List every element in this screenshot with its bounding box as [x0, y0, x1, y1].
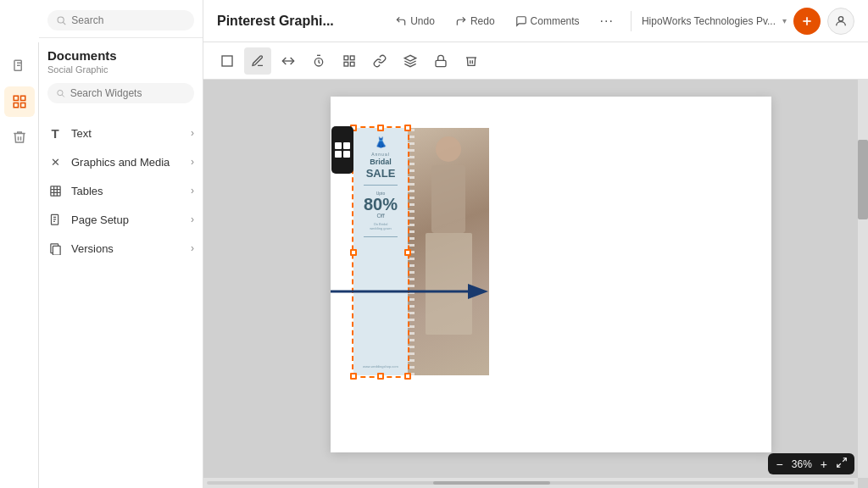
- svg-line-32: [843, 458, 846, 462]
- sidebar-icon-trash[interactable]: [4, 122, 35, 152]
- zoom-controls: − 36% +: [768, 453, 854, 474]
- svg-line-6: [63, 22, 65, 25]
- canvas-area[interactable]: 👗 Annual Bridal SALE Upto 80% Off On Bri…: [203, 80, 868, 488]
- mask-button[interactable]: [336, 47, 363, 75]
- svg-rect-4: [20, 103, 25, 108]
- search-input[interactable]: [71, 14, 186, 26]
- text-menu-icon: T: [47, 125, 63, 141]
- chevron-right-icon-2: ›: [191, 156, 194, 168]
- bridal-card: 👗 Annual Bridal SALE Upto 80% Off On Bri…: [353, 128, 408, 375]
- svg-point-7: [58, 90, 63, 95]
- horizontal-scrollbar[interactable]: [203, 478, 858, 488]
- add-button[interactable]: [793, 8, 821, 35]
- menu-item-graphics-label: Graphics and Media: [71, 156, 170, 169]
- menu-item-versions[interactable]: Versions ›: [44, 234, 198, 263]
- trim-button[interactable]: [275, 47, 302, 75]
- svg-rect-20: [222, 56, 232, 66]
- tables-menu-icon: [47, 183, 63, 198]
- zoom-value: 36%: [792, 458, 812, 470]
- menu-item-page-setup-label: Page Setup: [71, 214, 129, 226]
- redo-button[interactable]: Redo: [448, 11, 502, 31]
- undo-icon: [395, 15, 407, 27]
- chevron-right-icon-5: ›: [191, 242, 194, 254]
- svg-rect-25: [350, 56, 354, 60]
- svg-rect-1: [14, 96, 18, 100]
- link-button[interactable]: [366, 47, 393, 75]
- svg-point-19: [838, 16, 843, 20]
- lock-button[interactable]: [427, 47, 454, 75]
- undo-button[interactable]: Undo: [388, 11, 442, 31]
- timer-button[interactable]: [305, 47, 332, 75]
- photo-panel: [408, 128, 489, 375]
- element-toolbar: [203, 42, 868, 80]
- dropdown-icon: ▾: [782, 16, 787, 25]
- zoom-out-button[interactable]: −: [775, 458, 785, 471]
- svg-rect-26: [344, 62, 348, 66]
- comments-button[interactable]: Comments: [509, 11, 587, 31]
- svg-rect-2: [20, 96, 25, 100]
- doc-title: Pinterest Graphi...: [217, 14, 334, 29]
- widget-search-input[interactable]: [70, 87, 186, 99]
- sidebar-icon-widgets[interactable]: [4, 86, 35, 117]
- search-icon: [56, 14, 66, 26]
- user-profile-button[interactable]: [827, 8, 854, 35]
- comments-icon: [515, 15, 527, 27]
- svg-rect-24: [344, 56, 348, 60]
- sidebar-icon-new[interactable]: [4, 51, 35, 81]
- menu-item-text[interactable]: T Text ›: [44, 119, 198, 147]
- zoom-in-button[interactable]: +: [819, 458, 829, 471]
- svg-rect-29: [436, 60, 446, 66]
- menu-item-text-label: Text: [71, 127, 92, 140]
- svg-point-5: [58, 17, 64, 23]
- menu-item-tables-label: Tables: [71, 185, 103, 197]
- redo-icon: [455, 15, 467, 27]
- chevron-right-icon-4: ›: [191, 214, 194, 225]
- menu-item-graphics[interactable]: ✕ Graphics and Media ›: [44, 147, 198, 176]
- vertical-scrollbar[interactable]: [858, 80, 868, 478]
- svg-rect-9: [50, 186, 59, 195]
- draw-tool-button[interactable]: [244, 47, 271, 75]
- chevron-right-icon-3: ›: [191, 185, 194, 197]
- more-options-button[interactable]: ···: [593, 9, 620, 33]
- svg-rect-3: [14, 103, 18, 108]
- svg-marker-28: [404, 55, 415, 61]
- layers-button[interactable]: [397, 47, 424, 75]
- delete-button[interactable]: [458, 47, 485, 75]
- graphics-menu-icon: ✕: [47, 154, 63, 169]
- crop-tool-button[interactable]: [214, 47, 241, 75]
- company-name: HipoWorks Technologies Pv...: [642, 15, 776, 27]
- menu-item-versions-label: Versions: [71, 242, 114, 255]
- sidebar-subtitle: Social Graphic: [47, 64, 194, 75]
- svg-rect-27: [350, 62, 354, 66]
- svg-rect-16: [53, 246, 60, 255]
- fullscreen-button[interactable]: [836, 457, 848, 471]
- svg-line-33: [837, 463, 841, 467]
- versions-menu-icon: [47, 241, 63, 256]
- table-widget[interactable]: [331, 126, 353, 174]
- sidebar-title: Documents: [47, 48, 194, 63]
- menu-item-page-setup[interactable]: Page Setup ›: [44, 205, 198, 234]
- widget-search-icon: [56, 88, 65, 98]
- page-setup-menu-icon: [47, 212, 63, 227]
- menu-item-tables[interactable]: Tables ›: [44, 176, 198, 205]
- svg-line-8: [62, 95, 64, 97]
- chevron-right-icon: ›: [191, 127, 194, 139]
